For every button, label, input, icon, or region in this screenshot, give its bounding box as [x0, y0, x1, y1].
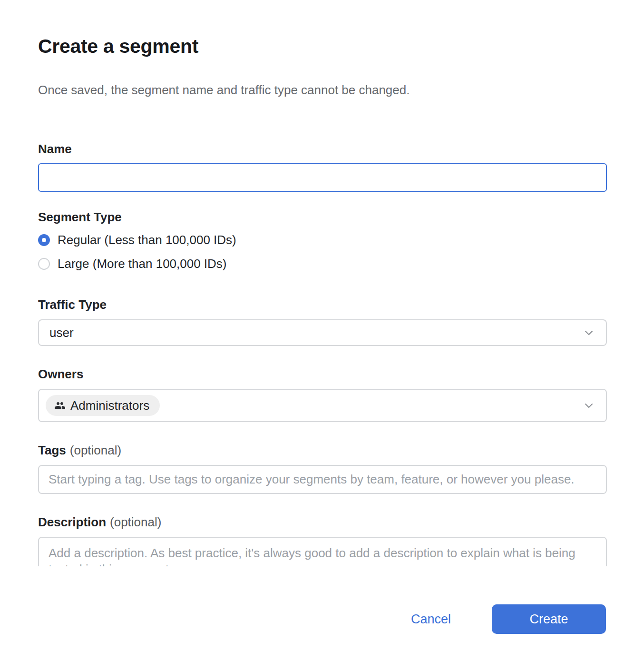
- traffic-type-selected-value: user: [49, 326, 74, 340]
- name-label: Name: [38, 142, 606, 156]
- segment-type-group: Segment Type Regular (Less than 100,000 …: [38, 210, 606, 273]
- radio-option-label: Large (More than 100,000 IDs): [58, 257, 227, 271]
- cancel-button[interactable]: Cancel: [411, 612, 451, 627]
- description-textarea[interactable]: [38, 537, 607, 566]
- radio-selected-icon[interactable]: [38, 234, 50, 246]
- page-title: Create a segment: [38, 34, 606, 58]
- traffic-type-group: Traffic Type user: [38, 297, 606, 346]
- tags-optional-text: (optional): [70, 443, 121, 457]
- chevron-down-icon: [582, 399, 595, 412]
- chevron-down-icon: [582, 326, 595, 339]
- owner-chip-label: Administrators: [70, 398, 149, 413]
- description-clip-region: [38, 537, 607, 566]
- modal-subtitle: Once saved, the segment name and traffic…: [38, 83, 606, 97]
- traffic-type-select[interactable]: user: [38, 319, 607, 346]
- people-icon: [54, 400, 66, 411]
- tags-input[interactable]: [38, 465, 607, 494]
- segment-type-option-regular[interactable]: Regular (Less than 100,000 IDs): [38, 231, 606, 249]
- owners-group: Owners Administrators: [38, 367, 606, 422]
- description-optional-text: (optional): [110, 515, 161, 529]
- owner-chip-administrators[interactable]: Administrators: [46, 395, 160, 416]
- tags-label-text: Tags: [38, 443, 66, 457]
- tags-label: Tags(optional): [38, 443, 606, 457]
- create-segment-modal: Create a segment Once saved, the segment…: [0, 34, 644, 634]
- segment-type-option-large[interactable]: Large (More than 100,000 IDs): [38, 255, 606, 273]
- radio-option-label: Regular (Less than 100,000 IDs): [58, 233, 236, 247]
- segment-type-label: Segment Type: [38, 210, 606, 224]
- create-button[interactable]: Create: [492, 604, 606, 634]
- description-label-text: Description: [38, 515, 106, 529]
- name-input[interactable]: [38, 163, 607, 192]
- tags-group: Tags(optional): [38, 443, 606, 494]
- description-label: Description(optional): [38, 515, 606, 529]
- owners-label: Owners: [38, 367, 606, 381]
- traffic-type-label: Traffic Type: [38, 297, 606, 312]
- owners-select[interactable]: Administrators: [38, 389, 607, 422]
- modal-footer: Cancel Create: [38, 604, 606, 634]
- radio-unselected-icon[interactable]: [38, 258, 50, 270]
- description-group: Description(optional): [38, 515, 606, 566]
- name-field-group: Name: [38, 142, 606, 192]
